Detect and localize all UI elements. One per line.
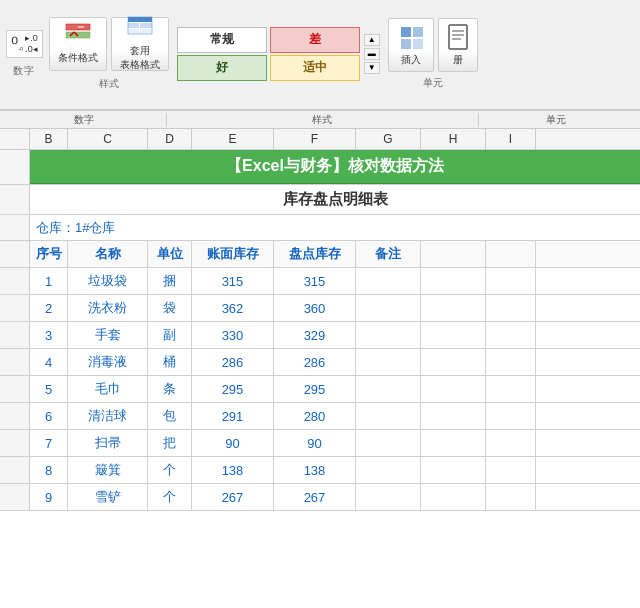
cell-seq-2[interactable]: 3 bbox=[30, 322, 68, 348]
cell-remark-7[interactable] bbox=[356, 457, 421, 483]
scroll-up-button[interactable]: ▲ bbox=[364, 34, 380, 46]
cell-name-6[interactable]: 扫帚 bbox=[68, 430, 148, 456]
title-row: 【Excel与财务】核对数据方法 bbox=[0, 150, 640, 185]
cell-remark-2[interactable] bbox=[356, 322, 421, 348]
cell-seq-4[interactable]: 5 bbox=[30, 376, 68, 402]
cell-i-3[interactable] bbox=[486, 349, 536, 375]
cell-book-8[interactable]: 267 bbox=[192, 484, 274, 510]
cell-seq-8[interactable]: 9 bbox=[30, 484, 68, 510]
table-row: 3 手套 副 330 329 bbox=[0, 322, 640, 349]
cell-seq-1[interactable]: 2 bbox=[30, 295, 68, 321]
cell-name-4[interactable]: 毛巾 bbox=[68, 376, 148, 402]
cell-h-1[interactable] bbox=[421, 295, 486, 321]
cell-book-0[interactable]: 315 bbox=[192, 268, 274, 294]
cell-unit-1[interactable]: 袋 bbox=[148, 295, 192, 321]
cell-remark-1[interactable] bbox=[356, 295, 421, 321]
apply-table-button[interactable]: 套用表格格式 bbox=[111, 17, 169, 71]
cell-book-6[interactable]: 90 bbox=[192, 430, 274, 456]
decrease-decimal-icon[interactable]: .0◂ bbox=[25, 44, 38, 54]
cell-h-0[interactable] bbox=[421, 268, 486, 294]
cell-i-7[interactable] bbox=[486, 457, 536, 483]
cell-unit-0[interactable]: 捆 bbox=[148, 268, 192, 294]
cell-h-8[interactable] bbox=[421, 484, 486, 510]
cell-i-2[interactable] bbox=[486, 322, 536, 348]
cell-unit-5[interactable]: 包 bbox=[148, 403, 192, 429]
cell-name-5[interactable]: 清洁球 bbox=[68, 403, 148, 429]
cell-remark-6[interactable] bbox=[356, 430, 421, 456]
style-good-cell[interactable]: 好 bbox=[177, 55, 267, 81]
table-row: 6 清洁球 包 291 280 bbox=[0, 403, 640, 430]
cell-i-5[interactable] bbox=[486, 403, 536, 429]
cell-h-6[interactable] bbox=[421, 430, 486, 456]
cell-i-4[interactable] bbox=[486, 376, 536, 402]
cell-unit-4[interactable]: 条 bbox=[148, 376, 192, 402]
cell-book-5[interactable]: 291 bbox=[192, 403, 274, 429]
cell-name-7[interactable]: 簸箕 bbox=[68, 457, 148, 483]
cell-book-3[interactable]: 286 bbox=[192, 349, 274, 375]
cell-seq-5[interactable]: 6 bbox=[30, 403, 68, 429]
cell-remark-3[interactable] bbox=[356, 349, 421, 375]
cell-remark-0[interactable] bbox=[356, 268, 421, 294]
spreadsheet-subtitle: 库存盘点明细表 bbox=[30, 185, 640, 214]
scroll-down-button[interactable]: ▼ bbox=[364, 62, 380, 74]
cell-unit-7[interactable]: 个 bbox=[148, 457, 192, 483]
cell-seq-7[interactable]: 8 bbox=[30, 457, 68, 483]
cell-name-2[interactable]: 手套 bbox=[68, 322, 148, 348]
cell-actual-5[interactable]: 280 bbox=[274, 403, 356, 429]
cell-name-0[interactable]: 垃圾袋 bbox=[68, 268, 148, 294]
col-header-b: B bbox=[30, 129, 68, 149]
style-medium-cell[interactable]: 适中 bbox=[270, 55, 360, 81]
svg-rect-11 bbox=[401, 27, 411, 37]
page-button[interactable]: 册 bbox=[438, 18, 478, 72]
cell-name-3[interactable]: 消毒液 bbox=[68, 349, 148, 375]
conditional-format-button[interactable]: 条件格式 bbox=[49, 17, 107, 71]
cell-unit-3[interactable]: 桶 bbox=[148, 349, 192, 375]
row-num-8 bbox=[0, 349, 30, 375]
apply-table-label: 套用表格格式 bbox=[120, 44, 160, 72]
table-row: 8 簸箕 个 138 138 bbox=[0, 457, 640, 484]
cell-h-3[interactable] bbox=[421, 349, 486, 375]
cell-name-8[interactable]: 雪铲 bbox=[68, 484, 148, 510]
insert-button[interactable]: 插入 bbox=[388, 18, 434, 72]
cell-unit-6[interactable]: 把 bbox=[148, 430, 192, 456]
cell-seq-6[interactable]: 7 bbox=[30, 430, 68, 456]
cell-unit-8[interactable]: 个 bbox=[148, 484, 192, 510]
cell-i-1[interactable] bbox=[486, 295, 536, 321]
style-bad-cell[interactable]: 差 bbox=[270, 27, 360, 53]
cell-unit-2[interactable]: 副 bbox=[148, 322, 192, 348]
cell-i-6[interactable] bbox=[486, 430, 536, 456]
cell-remark-4[interactable] bbox=[356, 376, 421, 402]
style-normal-cell[interactable]: 常规 bbox=[177, 27, 267, 53]
cell-book-1[interactable]: 362 bbox=[192, 295, 274, 321]
row-num-2 bbox=[0, 185, 30, 214]
cell-actual-0[interactable]: 315 bbox=[274, 268, 356, 294]
cell-remark-8[interactable] bbox=[356, 484, 421, 510]
cell-actual-8[interactable]: 267 bbox=[274, 484, 356, 510]
row-num-13 bbox=[0, 484, 30, 510]
row-num-12 bbox=[0, 457, 30, 483]
row-num-9 bbox=[0, 376, 30, 402]
cell-actual-6[interactable]: 90 bbox=[274, 430, 356, 456]
cell-book-2[interactable]: 330 bbox=[192, 322, 274, 348]
cell-h-4[interactable] bbox=[421, 376, 486, 402]
cell-actual-7[interactable]: 138 bbox=[274, 457, 356, 483]
row-num-3 bbox=[0, 215, 30, 240]
cell-actual-4[interactable]: 295 bbox=[274, 376, 356, 402]
cell-i-8[interactable] bbox=[486, 484, 536, 510]
cell-remark-5[interactable] bbox=[356, 403, 421, 429]
cell-h-5[interactable] bbox=[421, 403, 486, 429]
cell-actual-3[interactable]: 286 bbox=[274, 349, 356, 375]
cell-book-7[interactable]: 138 bbox=[192, 457, 274, 483]
cell-actual-1[interactable]: 360 bbox=[274, 295, 356, 321]
scroll-mid-button[interactable]: ▬ bbox=[364, 48, 380, 60]
warehouse-label: 仓库：1#仓库 bbox=[30, 215, 640, 240]
cell-seq-0[interactable]: 1 bbox=[30, 268, 68, 294]
cell-h-2[interactable] bbox=[421, 322, 486, 348]
increase-decimal-icon[interactable]: ▸.0 bbox=[25, 33, 38, 43]
cell-i-0[interactable] bbox=[486, 268, 536, 294]
cell-actual-2[interactable]: 329 bbox=[274, 322, 356, 348]
cell-seq-3[interactable]: 4 bbox=[30, 349, 68, 375]
cell-book-4[interactable]: 295 bbox=[192, 376, 274, 402]
cell-name-1[interactable]: 洗衣粉 bbox=[68, 295, 148, 321]
cell-h-7[interactable] bbox=[421, 457, 486, 483]
